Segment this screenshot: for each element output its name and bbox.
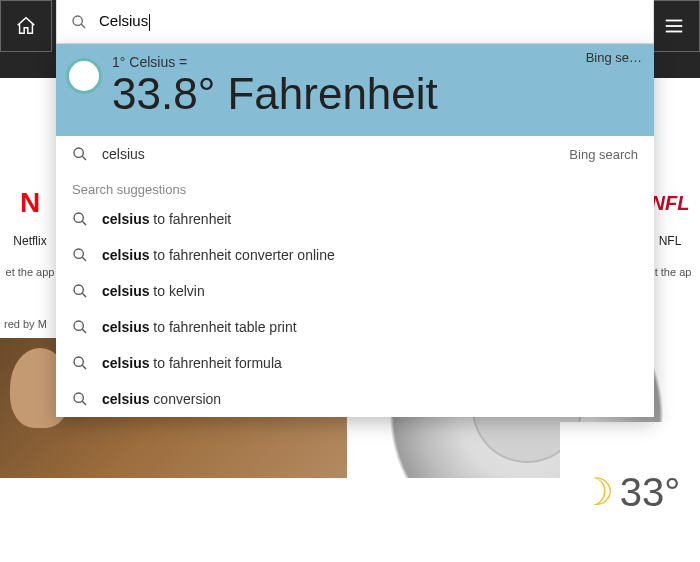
svg-point-15	[74, 357, 83, 366]
tile-sublabel: et the app	[6, 266, 55, 278]
svg-line-6	[82, 157, 86, 161]
svg-point-3	[73, 16, 82, 25]
suggestion-text: celsius to fahrenheit	[102, 211, 638, 227]
weather-widget[interactable]: ☽ 33°	[560, 422, 700, 562]
svg-point-11	[74, 285, 83, 294]
temperature-value: 33°	[620, 470, 681, 515]
search-icon	[72, 391, 88, 407]
svg-line-16	[82, 366, 86, 370]
svg-line-4	[81, 24, 85, 28]
svg-line-18	[82, 402, 86, 406]
suggestion-text: celsius to kelvin	[102, 283, 638, 299]
search-icon	[72, 211, 88, 227]
suggestion-text: celsius to fahrenheit converter online	[102, 247, 638, 263]
suggestion-row[interactable]: celsius to fahrenheit table print	[56, 309, 654, 345]
suggestion-action: Bing search	[569, 147, 638, 162]
suggestion-text: celsius to fahrenheit table print	[102, 319, 638, 335]
hamburger-icon	[663, 15, 685, 37]
svg-point-13	[74, 321, 83, 330]
search-icon	[72, 319, 88, 335]
tile-sublabel: et the ap	[649, 266, 692, 278]
suggestion-text: celsius	[102, 146, 569, 162]
suggestion-row[interactable]: celsius to kelvin	[56, 273, 654, 309]
suggestion-row[interactable]: celsius to fahrenheit converter online	[56, 237, 654, 273]
app-tile-netflix[interactable]: N Netflix et the app	[0, 178, 60, 278]
svg-point-7	[74, 213, 83, 222]
svg-point-9	[74, 249, 83, 258]
menu-button[interactable]	[648, 0, 700, 52]
netflix-icon: N	[5, 178, 55, 228]
search-input[interactable]: Celsius	[99, 12, 150, 31]
answer-provider: Bing se…	[586, 50, 642, 65]
search-icon	[72, 283, 88, 299]
search-dropdown: Celsius 1° Celsius = 33.8° Fahrenheit Bi…	[56, 0, 654, 417]
svg-line-10	[82, 258, 86, 262]
answer-query: 1° Celsius =	[112, 54, 438, 70]
answer-result: 33.8° Fahrenheit	[112, 70, 438, 118]
suggestion-text: celsius conversion	[102, 391, 638, 407]
primary-suggestion[interactable]: celsius Bing search	[56, 136, 654, 172]
search-icon	[72, 146, 88, 162]
home-button[interactable]	[0, 0, 52, 52]
search-bar[interactable]: Celsius	[56, 0, 654, 44]
suggestion-text: celsius to fahrenheit formula	[102, 355, 638, 371]
svg-line-8	[82, 222, 86, 226]
tile-label: Netflix	[13, 234, 46, 248]
suggestion-row[interactable]: celsius conversion	[56, 381, 654, 417]
search-icon	[72, 355, 88, 371]
home-icon	[15, 15, 37, 37]
svg-point-5	[74, 148, 83, 157]
search-icon	[71, 14, 87, 30]
instant-answer[interactable]: 1° Celsius = 33.8° Fahrenheit Bing se…	[56, 44, 654, 136]
suggestions-heading: Search suggestions	[56, 172, 654, 201]
suggestion-row[interactable]: celsius to fahrenheit formula	[56, 345, 654, 381]
svg-line-14	[82, 330, 86, 334]
cortana-icon	[66, 58, 102, 94]
search-icon	[72, 247, 88, 263]
svg-point-17	[74, 393, 83, 402]
tile-label: NFL	[659, 234, 682, 248]
moon-icon: ☽	[580, 470, 614, 514]
svg-line-12	[82, 294, 86, 298]
suggestion-row[interactable]: celsius to fahrenheit	[56, 201, 654, 237]
suggestion-panel: 1° Celsius = 33.8° Fahrenheit Bing se… c…	[56, 44, 654, 417]
